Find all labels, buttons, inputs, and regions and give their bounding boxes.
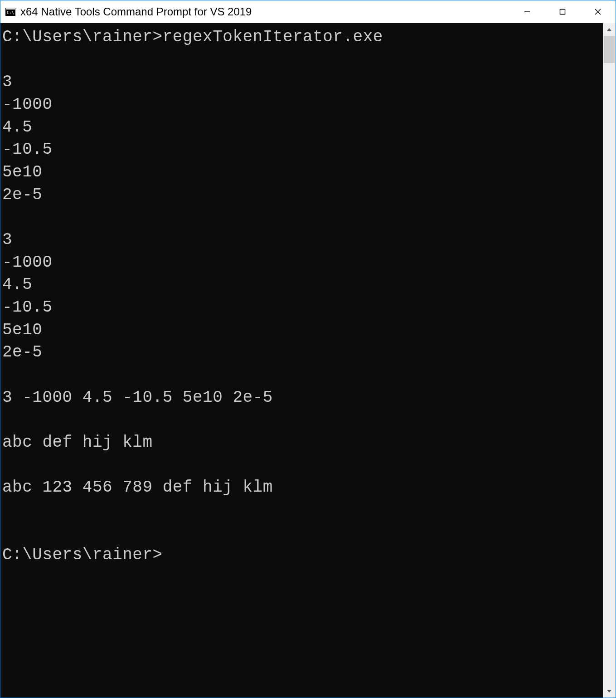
terminal-line: -10.5: [2, 138, 603, 161]
terminal-line: abc def hij klm: [2, 431, 603, 454]
terminal-line: C:\Users\rainer>regexTokenIterator.exe: [2, 26, 603, 49]
close-button[interactable]: [580, 0, 616, 23]
svg-rect-4: [560, 10, 565, 15]
terminal-line: -1000: [2, 251, 603, 274]
terminal-line: 4.5: [2, 273, 603, 296]
terminal-line: 5e10: [2, 319, 603, 342]
terminal-line: [2, 499, 603, 522]
terminal-line: abc 123 456 789 def hij klm: [2, 476, 603, 499]
minimize-button[interactable]: [509, 0, 545, 23]
titlebar[interactable]: C:\ x64 Native Tools Command Prompt for …: [0, 0, 616, 23]
scrollbar-track[interactable]: [603, 36, 616, 685]
terminal-line: 2e-5: [2, 341, 603, 364]
terminal-line: C:\Users\rainer>: [2, 544, 603, 566]
terminal-output[interactable]: C:\Users\rainer>regexTokenIterator.exe3-…: [0, 23, 603, 698]
terminal-line: [2, 454, 603, 477]
terminal-line: [2, 364, 603, 386]
terminal-line: -1000: [2, 93, 603, 116]
client-area: C:\Users\rainer>regexTokenIterator.exe3-…: [0, 23, 616, 698]
cmd-window: C:\ x64 Native Tools Command Prompt for …: [0, 0, 616, 698]
vertical-scrollbar[interactable]: [603, 23, 616, 698]
terminal-line: -10.5: [2, 296, 603, 319]
svg-marker-7: [607, 28, 611, 31]
terminal-line: 4.5: [2, 116, 603, 139]
window-title: x64 Native Tools Command Prompt for VS 2…: [20, 5, 509, 18]
terminal-line: 3 -1000 4.5 -10.5 5e10 2e-5: [2, 386, 603, 409]
svg-text:C:\: C:\: [7, 10, 14, 15]
terminal-line: 2e-5: [2, 184, 603, 206]
scroll-down-arrow[interactable]: [603, 685, 616, 698]
scroll-up-arrow[interactable]: [603, 23, 616, 36]
svg-rect-1: [6, 8, 15, 10]
terminal-line: 5e10: [2, 161, 603, 184]
scrollbar-thumb[interactable]: [604, 36, 615, 63]
svg-marker-8: [607, 690, 611, 693]
maximize-button[interactable]: [545, 0, 580, 23]
window-controls: [509, 0, 616, 23]
terminal-line: 3: [2, 71, 603, 93]
terminal-line: [2, 409, 603, 431]
terminal-line: [2, 206, 603, 229]
terminal-line: [2, 49, 603, 71]
terminal-line: 3: [2, 229, 603, 251]
cmd-icon: C:\: [5, 6, 16, 17]
terminal-line: [2, 522, 603, 544]
